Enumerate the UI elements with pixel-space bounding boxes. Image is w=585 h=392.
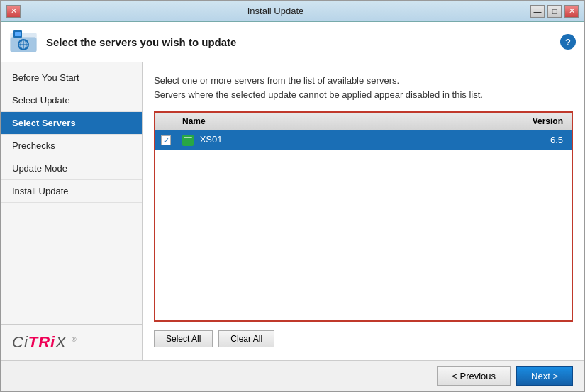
title-bar: ✕ Install Update — □ ✕ [1, 1, 584, 22]
sidebar-item-before-you-start[interactable]: Before You Start [1, 62, 142, 89]
maximize-button[interactable]: □ [547, 5, 562, 18]
sidebar-item-update-mode[interactable]: Update Mode [1, 157, 142, 180]
svg-rect-2 [15, 32, 21, 36]
install-update-window: ✕ Install Update — □ ✕ Select the server… [0, 0, 585, 392]
sidebar: Before You Start Select Update Select Se… [1, 62, 143, 360]
citrix-logo-text: CiTRiX ® [12, 333, 130, 352]
header-icon [9, 28, 38, 56]
close-button[interactable]: ✕ [6, 5, 21, 18]
main-content: Select one or more servers from the list… [143, 62, 584, 360]
minimize-button[interactable]: — [530, 5, 545, 18]
table-row[interactable]: ✓ XS01 6.5 [155, 130, 572, 150]
sidebar-item-select-servers[interactable]: Select Servers [1, 112, 142, 135]
row-version-cell: 6.5 [387, 130, 572, 150]
name-col-header: Name [177, 113, 387, 130]
row-checkbox[interactable]: ✓ [161, 135, 171, 145]
server-icon [182, 135, 194, 146]
previous-button[interactable]: < Previous [437, 366, 511, 386]
server-list-container: Name Version ✓ XS01 [154, 111, 573, 322]
content-area: Before You Start Select Update Select Se… [1, 62, 584, 360]
sidebar-item-select-update[interactable]: Select Update [1, 89, 142, 112]
instruction-line2: Servers where the selected update cannot… [154, 89, 483, 100]
row-checkbox-cell[interactable]: ✓ [155, 130, 177, 150]
footer: < Previous Next > [1, 360, 584, 391]
next-button[interactable]: Next > [516, 366, 573, 386]
sidebar-item-prechecks[interactable]: Prechecks [1, 135, 142, 157]
version-col-header: Version [387, 113, 572, 130]
close-button2[interactable]: ✕ [564, 5, 579, 18]
row-name: XS01 [200, 134, 223, 145]
server-table: Name Version ✓ XS01 [155, 113, 572, 150]
row-name-cell: XS01 [177, 130, 387, 150]
header-title: Select the servers you wish to update [46, 36, 552, 48]
table-header-row: Name Version [155, 113, 572, 130]
select-all-button[interactable]: Select All [154, 330, 213, 347]
window-title: Install Update [21, 6, 530, 16]
clear-all-button[interactable]: Clear All [218, 330, 274, 347]
help-button[interactable]: ? [560, 34, 576, 50]
citrix-logo: CiTRiX ® [1, 324, 142, 360]
instruction-line1: Select one or more servers from the list… [154, 75, 399, 86]
instruction-text: Select one or more servers from the list… [154, 74, 573, 101]
header-bar: Select the servers you wish to update ? [1, 22, 584, 62]
sidebar-item-install-update[interactable]: Install Update [1, 180, 142, 203]
list-actions: Select All Clear All [154, 329, 573, 349]
checkbox-col-header [155, 113, 177, 130]
